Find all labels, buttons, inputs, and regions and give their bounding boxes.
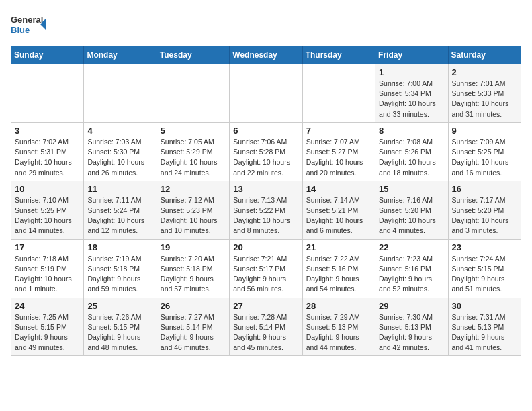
logo-svg: GeneralBlue: [11, 11, 51, 38]
calendar-week-1: 1Sunrise: 7:00 AM Sunset: 5:34 PM Daylig…: [11, 64, 521, 123]
day-number: 25: [87, 301, 152, 311]
calendar-cell: 5Sunrise: 7:05 AM Sunset: 5:29 PM Daylig…: [157, 122, 229, 181]
day-info: Sunrise: 7:06 AM Sunset: 5:28 PM Dayligh…: [233, 137, 298, 178]
day-number: 21: [306, 242, 371, 253]
day-info: Sunrise: 7:20 AM Sunset: 5:18 PM Dayligh…: [161, 254, 226, 295]
day-number: 10: [15, 184, 80, 194]
day-number: 5: [161, 126, 226, 136]
day-number: 18: [87, 242, 152, 253]
calendar-cell: 29Sunrise: 7:30 AM Sunset: 5:13 PM Dayli…: [375, 298, 448, 356]
day-info: Sunrise: 7:03 AM Sunset: 5:30 PM Dayligh…: [87, 137, 152, 178]
day-number: 28: [306, 301, 371, 311]
day-number: 27: [233, 301, 298, 311]
day-info: Sunrise: 7:12 AM Sunset: 5:23 PM Dayligh…: [161, 195, 226, 236]
weekday-header-tuesday: Tuesday: [157, 46, 229, 64]
day-number: 30: [452, 301, 517, 311]
calendar-cell: [157, 64, 229, 123]
day-number: 19: [161, 242, 226, 253]
day-info: Sunrise: 7:08 AM Sunset: 5:26 PM Dayligh…: [379, 137, 444, 178]
calendar-cell: 30Sunrise: 7:31 AM Sunset: 5:13 PM Dayli…: [448, 298, 521, 356]
calendar-week-4: 17Sunrise: 7:18 AM Sunset: 5:19 PM Dayli…: [11, 239, 521, 298]
day-info: Sunrise: 7:10 AM Sunset: 5:25 PM Dayligh…: [15, 195, 80, 236]
day-info: Sunrise: 7:11 AM Sunset: 5:24 PM Dayligh…: [87, 195, 152, 236]
day-info: Sunrise: 7:14 AM Sunset: 5:21 PM Dayligh…: [306, 195, 371, 236]
calendar-cell: 1Sunrise: 7:00 AM Sunset: 5:34 PM Daylig…: [375, 64, 448, 123]
calendar-cell: 13Sunrise: 7:13 AM Sunset: 5:22 PM Dayli…: [230, 181, 302, 239]
day-number: 26: [161, 301, 226, 311]
weekday-header-friday: Friday: [375, 46, 448, 64]
day-number: 7: [306, 126, 371, 136]
day-info: Sunrise: 7:24 AM Sunset: 5:15 PM Dayligh…: [452, 254, 517, 295]
day-number: 14: [306, 184, 371, 194]
calendar-week-3: 10Sunrise: 7:10 AM Sunset: 5:25 PM Dayli…: [11, 181, 521, 239]
day-number: 1: [379, 67, 444, 77]
calendar-week-5: 24Sunrise: 7:25 AM Sunset: 5:15 PM Dayli…: [11, 298, 521, 356]
calendar-cell: 14Sunrise: 7:14 AM Sunset: 5:21 PM Dayli…: [302, 181, 375, 239]
day-info: Sunrise: 7:05 AM Sunset: 5:29 PM Dayligh…: [161, 137, 226, 178]
day-info: Sunrise: 7:30 AM Sunset: 5:13 PM Dayligh…: [379, 312, 444, 353]
day-number: 16: [452, 184, 517, 194]
weekday-header-wednesday: Wednesday: [230, 46, 302, 64]
day-info: Sunrise: 7:17 AM Sunset: 5:20 PM Dayligh…: [452, 195, 517, 236]
day-info: Sunrise: 7:26 AM Sunset: 5:15 PM Dayligh…: [87, 312, 152, 353]
calendar-cell: 10Sunrise: 7:10 AM Sunset: 5:25 PM Dayli…: [11, 181, 84, 239]
weekday-header-monday: Monday: [84, 46, 157, 64]
svg-text:Blue: Blue: [11, 25, 30, 35]
calendar-cell: 27Sunrise: 7:28 AM Sunset: 5:14 PM Dayli…: [230, 298, 302, 356]
calendar-cell: [302, 64, 375, 123]
day-number: 17: [15, 242, 80, 253]
calendar-cell: 19Sunrise: 7:20 AM Sunset: 5:18 PM Dayli…: [157, 239, 229, 298]
day-info: Sunrise: 7:28 AM Sunset: 5:14 PM Dayligh…: [233, 312, 298, 353]
day-number: 22: [379, 242, 444, 253]
calendar-cell: 24Sunrise: 7:25 AM Sunset: 5:15 PM Dayli…: [11, 298, 84, 356]
page-header: GeneralBlue: [11, 11, 521, 38]
day-number: 13: [233, 184, 298, 194]
day-info: Sunrise: 7:16 AM Sunset: 5:20 PM Dayligh…: [379, 195, 444, 236]
day-info: Sunrise: 7:23 AM Sunset: 5:16 PM Dayligh…: [379, 254, 444, 295]
calendar-cell: 26Sunrise: 7:27 AM Sunset: 5:14 PM Dayli…: [157, 298, 229, 356]
day-info: Sunrise: 7:18 AM Sunset: 5:19 PM Dayligh…: [15, 254, 80, 295]
day-number: 23: [452, 242, 517, 253]
day-info: Sunrise: 7:29 AM Sunset: 5:13 PM Dayligh…: [306, 312, 371, 353]
calendar-cell: 25Sunrise: 7:26 AM Sunset: 5:15 PM Dayli…: [84, 298, 157, 356]
calendar-cell: [84, 64, 157, 123]
weekday-header-saturday: Saturday: [448, 46, 521, 64]
calendar-cell: 7Sunrise: 7:07 AM Sunset: 5:27 PM Daylig…: [302, 122, 375, 181]
day-info: Sunrise: 7:25 AM Sunset: 5:15 PM Dayligh…: [15, 312, 80, 353]
calendar-cell: [11, 64, 84, 123]
day-info: Sunrise: 7:09 AM Sunset: 5:25 PM Dayligh…: [452, 137, 517, 178]
day-info: Sunrise: 7:22 AM Sunset: 5:16 PM Dayligh…: [306, 254, 371, 295]
calendar-cell: 4Sunrise: 7:03 AM Sunset: 5:30 PM Daylig…: [84, 122, 157, 181]
day-info: Sunrise: 7:07 AM Sunset: 5:27 PM Dayligh…: [306, 137, 371, 178]
svg-text:General: General: [11, 15, 43, 25]
day-number: 24: [15, 301, 80, 311]
calendar-cell: 6Sunrise: 7:06 AM Sunset: 5:28 PM Daylig…: [230, 122, 302, 181]
weekday-header-sunday: Sunday: [11, 46, 84, 64]
calendar-cell: 22Sunrise: 7:23 AM Sunset: 5:16 PM Dayli…: [375, 239, 448, 298]
day-number: 4: [87, 126, 152, 136]
calendar-cell: 2Sunrise: 7:01 AM Sunset: 5:33 PM Daylig…: [448, 64, 521, 123]
day-number: 8: [379, 126, 444, 136]
calendar-cell: 3Sunrise: 7:02 AM Sunset: 5:31 PM Daylig…: [11, 122, 84, 181]
calendar-cell: 15Sunrise: 7:16 AM Sunset: 5:20 PM Dayli…: [375, 181, 448, 239]
day-number: 3: [15, 126, 80, 136]
calendar-cell: 16Sunrise: 7:17 AM Sunset: 5:20 PM Dayli…: [448, 181, 521, 239]
calendar-week-2: 3Sunrise: 7:02 AM Sunset: 5:31 PM Daylig…: [11, 122, 521, 181]
day-info: Sunrise: 7:21 AM Sunset: 5:17 PM Dayligh…: [233, 254, 298, 295]
day-number: 6: [233, 126, 298, 136]
day-info: Sunrise: 7:02 AM Sunset: 5:31 PM Dayligh…: [15, 137, 80, 178]
day-number: 12: [161, 184, 226, 194]
day-number: 15: [379, 184, 444, 194]
calendar-table: SundayMondayTuesdayWednesdayThursdayFrid…: [11, 46, 521, 356]
logo: GeneralBlue: [11, 11, 51, 38]
calendar-cell: 20Sunrise: 7:21 AM Sunset: 5:17 PM Dayli…: [230, 239, 302, 298]
calendar-cell: 17Sunrise: 7:18 AM Sunset: 5:19 PM Dayli…: [11, 239, 84, 298]
day-number: 20: [233, 242, 298, 253]
calendar-cell: 23Sunrise: 7:24 AM Sunset: 5:15 PM Dayli…: [448, 239, 521, 298]
day-info: Sunrise: 7:01 AM Sunset: 5:33 PM Dayligh…: [452, 79, 517, 120]
day-number: 9: [452, 126, 517, 136]
calendar-cell: 8Sunrise: 7:08 AM Sunset: 5:26 PM Daylig…: [375, 122, 448, 181]
weekday-header-thursday: Thursday: [302, 46, 375, 64]
day-info: Sunrise: 7:19 AM Sunset: 5:18 PM Dayligh…: [87, 254, 152, 295]
day-info: Sunrise: 7:31 AM Sunset: 5:13 PM Dayligh…: [452, 312, 517, 353]
